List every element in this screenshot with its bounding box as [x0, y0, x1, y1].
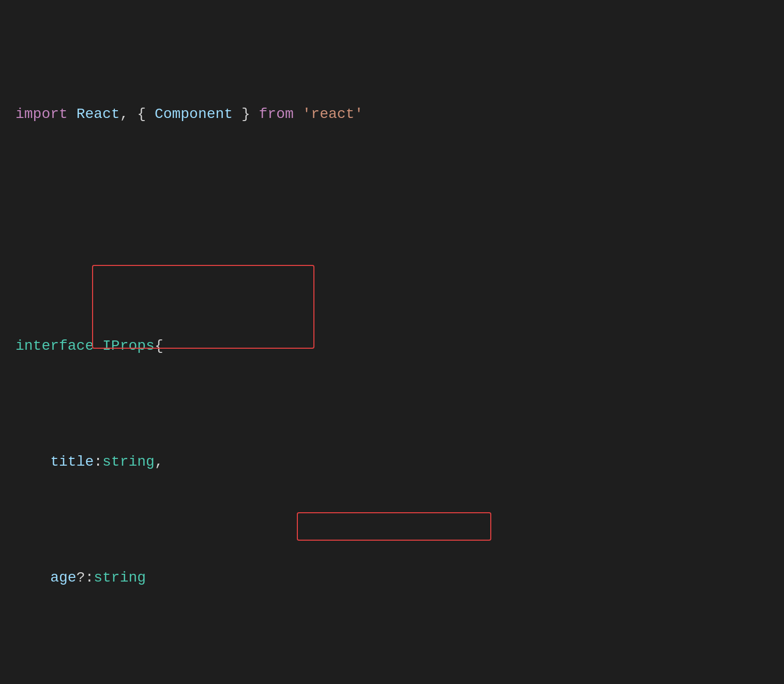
code-editor: import React, { Component } from 'react'…: [16, 10, 768, 684]
code-line-2: [16, 219, 768, 242]
code-content: import React, { Component } from 'react'…: [16, 10, 768, 684]
code-line-4: title:string,: [16, 451, 768, 474]
token-import: import: [16, 106, 68, 122]
token-from: from: [259, 106, 294, 122]
code-line-5: age?:string: [16, 567, 768, 590]
code-line-3: interface IProps{: [16, 335, 768, 358]
code-line-1: import React, { Component } from 'react': [16, 103, 768, 126]
